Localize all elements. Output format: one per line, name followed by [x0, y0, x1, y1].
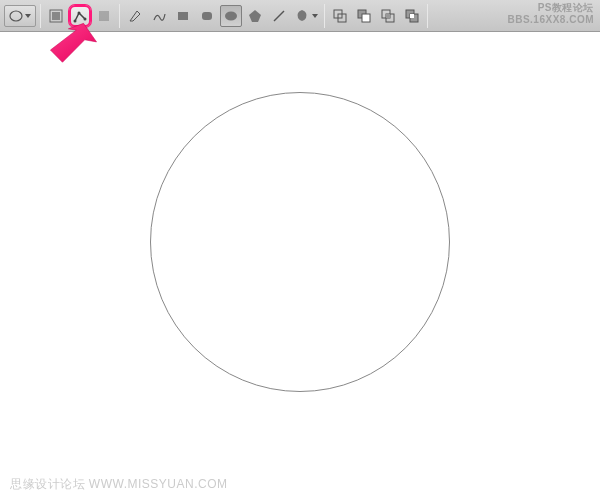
tool-preset-group: [4, 5, 36, 27]
path-operations-group: [329, 5, 423, 27]
svg-line-12: [274, 11, 284, 21]
paths-mode-button[interactable]: [69, 5, 91, 27]
subtract-from-path-button[interactable]: [353, 5, 375, 27]
line-tool-button[interactable]: [268, 5, 290, 27]
separator: [324, 4, 325, 28]
rounded-rectangle-icon: [199, 8, 215, 24]
svg-rect-16: [362, 14, 370, 22]
caret-down-icon: [312, 14, 318, 18]
shape-layers-icon: [48, 8, 64, 24]
svg-point-5: [84, 17, 87, 20]
svg-rect-2: [52, 12, 60, 20]
add-path-icon: [332, 8, 348, 24]
svg-point-3: [74, 19, 77, 22]
separator: [119, 4, 120, 28]
shape-layers-mode-button[interactable]: [45, 5, 67, 27]
watermark-bottom-left: 思缘设计论坛 WWW.MISSYUAN.COM: [10, 476, 228, 493]
canvas-area[interactable]: [0, 32, 600, 501]
polygon-icon: [247, 8, 263, 24]
svg-rect-19: [386, 14, 390, 18]
polygon-tool-button[interactable]: [244, 5, 266, 27]
pen-icon: [127, 8, 143, 24]
add-to-path-button[interactable]: [329, 5, 351, 27]
svg-point-4: [78, 11, 81, 14]
fill-pixels-icon: [96, 8, 112, 24]
intersect-path-button[interactable]: [377, 5, 399, 27]
options-toolbar: PS教程论坛 BBS.16XX8.COM: [0, 0, 600, 32]
exclude-path-icon: [404, 8, 420, 24]
paths-mode-icon: [72, 8, 88, 24]
rectangle-icon: [175, 8, 191, 24]
svg-line-7: [137, 11, 140, 14]
shape-tools-group: [124, 5, 320, 27]
ellipse-icon: [9, 10, 23, 22]
caret-down-icon: [25, 14, 31, 18]
rounded-rectangle-tool-button[interactable]: [196, 5, 218, 27]
circle-path-shape[interactable]: [150, 92, 450, 392]
svg-rect-6: [99, 11, 109, 21]
svg-rect-8: [178, 12, 188, 20]
svg-point-0: [10, 11, 22, 21]
freeform-pen-tool-button[interactable]: [148, 5, 170, 27]
svg-rect-9: [202, 12, 212, 20]
svg-point-10: [225, 11, 237, 20]
custom-shape-tool-button[interactable]: [292, 5, 320, 27]
intersect-path-icon: [380, 8, 396, 24]
ellipse-shape-icon: [223, 8, 239, 24]
watermark-line1: PS教程论坛: [507, 2, 594, 14]
rectangle-tool-button[interactable]: [172, 5, 194, 27]
shape-mode-group: [45, 5, 115, 27]
fill-pixels-mode-button[interactable]: [93, 5, 115, 27]
svg-marker-11: [249, 10, 261, 22]
custom-shape-icon: [294, 8, 310, 24]
tool-preset-dropdown[interactable]: [4, 5, 36, 27]
svg-rect-22: [410, 14, 414, 18]
separator: [40, 4, 41, 28]
pen-tool-button[interactable]: [124, 5, 146, 27]
ellipse-tool-button[interactable]: [220, 5, 242, 27]
subtract-path-icon: [356, 8, 372, 24]
watermark-top-right: PS教程论坛 BBS.16XX8.COM: [507, 2, 594, 26]
separator: [427, 4, 428, 28]
watermark-line2: BBS.16XX8.COM: [507, 14, 594, 26]
freeform-pen-icon: [151, 8, 167, 24]
exclude-path-button[interactable]: [401, 5, 423, 27]
line-icon: [271, 8, 287, 24]
